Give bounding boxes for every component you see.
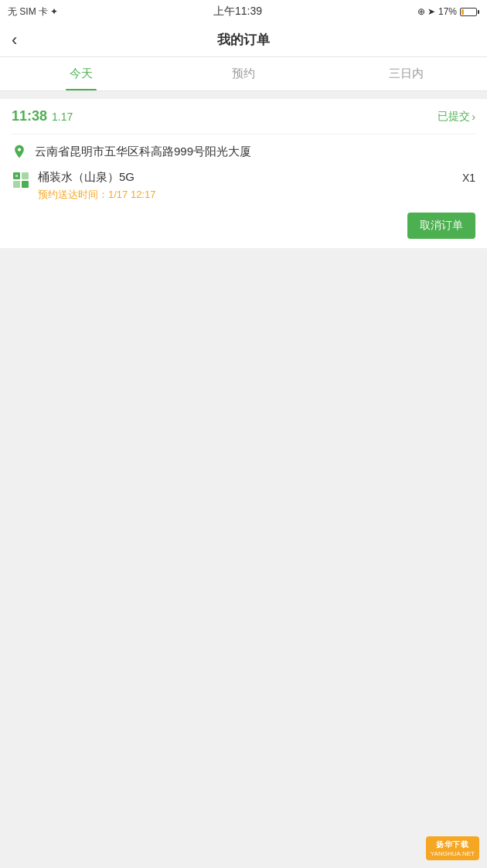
- delivery-time: 预约送达时间：1/17 12:17: [38, 188, 475, 202]
- status-time: 上午11:39: [213, 5, 262, 19]
- status-right: ⊕ ➤ 17%: [417, 6, 479, 17]
- no-sim-label: 无 SIM 卡 ✦: [8, 5, 58, 19]
- content-area: 11:38 1.17 已提交 › 云南省昆明市五华区科高路999号阳光大厦: [0, 91, 487, 256]
- product-icon: [12, 171, 30, 189]
- battery-percent: 17%: [438, 6, 457, 17]
- product-top-row: 桶装水（山泉）5G X1: [38, 170, 475, 185]
- back-button[interactable]: ‹: [12, 32, 17, 49]
- product-name: 桶装水（山泉）5G: [38, 170, 135, 185]
- divider: [12, 134, 475, 134]
- order-header: 11:38 1.17 已提交 ›: [12, 108, 475, 124]
- tab-three-days[interactable]: 三日内: [325, 57, 487, 90]
- status-left: 无 SIM 卡 ✦: [8, 5, 58, 19]
- location-status-icon: ⊕ ➤: [417, 6, 435, 17]
- status-bar: 无 SIM 卡 ✦ 上午11:39 ⊕ ➤ 17%: [0, 0, 487, 23]
- order-time-group: 11:38 1.17: [12, 108, 73, 124]
- cancel-row: 取消订单: [12, 213, 475, 239]
- location-icon: [12, 144, 27, 159]
- address-row: 云南省昆明市五华区科高路999号阳光大厦: [12, 144, 475, 159]
- order-date: 1.17: [52, 111, 73, 123]
- cancel-order-button[interactable]: 取消订单: [407, 213, 475, 239]
- order-card: 11:38 1.17 已提交 › 云南省昆明市五华区科高路999号阳光大厦: [0, 99, 487, 248]
- watermark-line1: 扬华下载: [436, 839, 468, 850]
- watermark-line2: YANGHUA.NET: [431, 850, 475, 857]
- product-info: 桶装水（山泉）5G X1 预约送达时间：1/17 12:17: [38, 170, 475, 202]
- delivery-datetime: 1/17 12:17: [108, 189, 155, 200]
- svg-rect-3: [22, 181, 29, 188]
- product-row: 桶装水（山泉）5G X1 预约送达时间：1/17 12:17: [12, 170, 475, 202]
- order-time: 11:38: [12, 108, 47, 124]
- tab-reservation[interactable]: 预约: [162, 57, 325, 90]
- svg-rect-4: [15, 175, 18, 177]
- watermark: 扬华下载 YANGHUA.NET: [426, 836, 479, 860]
- battery-icon: [460, 8, 479, 16]
- product-quantity: X1: [462, 172, 475, 184]
- delivery-label: 预约送达时间：: [38, 189, 108, 200]
- nav-bar: ‹ 我的订单: [0, 23, 487, 57]
- svg-rect-2: [13, 181, 20, 188]
- page-title: 我的订单: [217, 31, 270, 49]
- address-text: 云南省昆明市五华区科高路999号阳光大厦: [35, 145, 251, 159]
- tab-today[interactable]: 今天: [0, 57, 162, 90]
- order-status[interactable]: 已提交 ›: [438, 110, 475, 124]
- tab-bar: 今天 预约 三日内: [0, 57, 487, 91]
- order-status-label: 已提交: [438, 110, 470, 124]
- order-status-chevron-icon: ›: [472, 111, 475, 123]
- svg-rect-1: [22, 172, 29, 179]
